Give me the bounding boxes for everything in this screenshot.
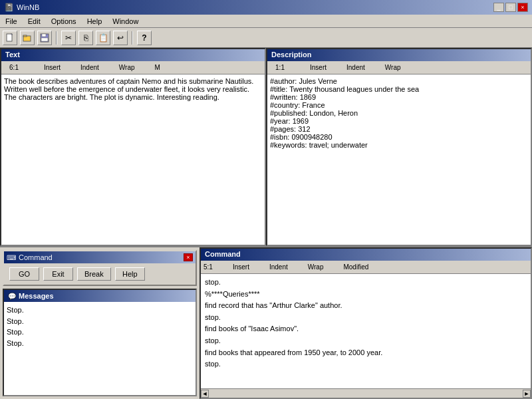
desc-col-insert: Insert bbox=[310, 64, 327, 71]
command-col-indent: Indent bbox=[269, 263, 288, 271]
command-cursor-pos: 5:1 bbox=[203, 263, 213, 271]
desc-col-wrap: Wrap bbox=[385, 64, 401, 71]
command-col-modified: Modified bbox=[343, 263, 368, 271]
desc-cursor-pos: 1:1 bbox=[270, 64, 290, 71]
menu-bar: File Edit Options Help Window bbox=[0, 15, 532, 28]
open-button[interactable] bbox=[20, 31, 35, 45]
scroll-right-btn[interactable]: ► bbox=[523, 390, 531, 398]
command-button-row: GO Exit Break Help bbox=[4, 263, 196, 285]
bottom-left: ⌨ Command × GO Exit Break Help 💬 Message… bbox=[0, 247, 200, 399]
command-close-button[interactable]: × bbox=[184, 253, 193, 261]
help-cmd-button[interactable]: Help bbox=[115, 267, 145, 281]
desc-line: #year: 1969 bbox=[270, 117, 528, 125]
bottom-panels: ⌨ Command × GO Exit Break Help 💬 Message… bbox=[0, 247, 532, 399]
command-line: stop. bbox=[205, 312, 527, 324]
toolbar-sep2 bbox=[132, 31, 133, 45]
desc-line: #title: Twenty thousand leagues under th… bbox=[270, 85, 528, 93]
help-button[interactable]: ? bbox=[137, 31, 152, 45]
messages-content: Stop.Stop.Stop.Stop. bbox=[4, 302, 196, 351]
command-panel-title: Command bbox=[201, 249, 531, 261]
command-line: stop. bbox=[205, 335, 527, 347]
command-line: %****Queries**** bbox=[205, 289, 527, 301]
menu-help[interactable]: Help bbox=[84, 17, 105, 26]
command-small-title: Command bbox=[19, 253, 53, 261]
new-button[interactable] bbox=[3, 31, 17, 45]
text-content: The book describes adventures of captain… bbox=[4, 77, 253, 101]
command-col-insert: Insert bbox=[233, 263, 249, 271]
text-col-wrap: Wrap bbox=[119, 64, 135, 71]
app-icon: 📓 bbox=[4, 3, 14, 12]
top-panels: Text 6:1 Insert Indent Wrap M The book d… bbox=[0, 48, 532, 247]
app-title: WinNB bbox=[17, 3, 39, 11]
command-panel-content[interactable]: stop.%****Queries****find record that ha… bbox=[201, 274, 531, 388]
command-small-title-bar: ⌨ Command × bbox=[4, 251, 196, 263]
desc-panel-toolbar: 1:1 Insert Indent Wrap bbox=[267, 61, 531, 74]
menu-file[interactable]: File bbox=[3, 17, 20, 26]
title-bar-buttons: _ □ × bbox=[493, 3, 528, 12]
command-panel: Command 5:1 Insert Indent Wrap Modified … bbox=[200, 247, 532, 399]
text-panel-content[interactable]: The book describes adventures of captain… bbox=[1, 74, 265, 245]
toolbar: ✂ ⎘ 📋 ↩ ? bbox=[0, 28, 532, 48]
paste-button[interactable]: 📋 bbox=[96, 31, 110, 45]
toolbar-sep1 bbox=[56, 31, 57, 45]
save-button[interactable] bbox=[37, 31, 52, 45]
desc-panel-content[interactable]: #author: Jules Verne#title: Twenty thous… bbox=[267, 74, 531, 245]
desc-panel-title: Description bbox=[267, 49, 531, 61]
command-small-window: ⌨ Command × GO Exit Break Help bbox=[3, 250, 197, 286]
command-col-wrap: Wrap bbox=[308, 263, 324, 271]
desc-line: #country: France bbox=[270, 101, 528, 109]
message-line: Stop. bbox=[7, 305, 193, 316]
menu-options[interactable]: Options bbox=[49, 17, 79, 26]
text-cursor-pos: 6:1 bbox=[4, 64, 24, 71]
text-panel: Text 6:1 Insert Indent Wrap M The book d… bbox=[0, 48, 266, 246]
command-panel-hscroll[interactable]: ◄ ► bbox=[201, 388, 531, 398]
messages-title: 💬 Messages bbox=[4, 290, 196, 302]
desc-line: #pages: 312 bbox=[270, 125, 528, 133]
command-icon: ⌨ bbox=[7, 254, 16, 261]
messages-window: 💬 Messages Stop.Stop.Stop.Stop. bbox=[3, 289, 197, 396]
text-panel-toolbar: 6:1 Insert Indent Wrap M bbox=[1, 61, 265, 74]
desc-col-indent: Indent bbox=[346, 64, 365, 71]
desc-line: #published: London, Heron bbox=[270, 109, 528, 117]
svg-rect-5 bbox=[41, 38, 48, 41]
menu-edit[interactable]: Edit bbox=[25, 17, 43, 26]
main-content: Text 6:1 Insert Indent Wrap M The book d… bbox=[0, 48, 532, 399]
scroll-left-btn[interactable]: ◄ bbox=[201, 390, 209, 398]
cut-button[interactable]: ✂ bbox=[61, 31, 76, 45]
desc-line: #author: Jules Verne bbox=[270, 77, 528, 85]
command-line: find record that has "Arthur Clarke" aut… bbox=[205, 300, 527, 312]
title-bar: 📓 WinNB _ □ × bbox=[0, 0, 532, 15]
command-line: stop. bbox=[205, 277, 527, 289]
desc-line: #keywords: travel; underwater bbox=[270, 141, 528, 149]
message-line: Stop. bbox=[7, 316, 193, 327]
desc-line: #isbn: 0900948280 bbox=[270, 133, 528, 141]
text-panel-title: Text bbox=[1, 49, 265, 61]
menu-window[interactable]: Window bbox=[110, 17, 141, 26]
copy-button[interactable]: ⎘ bbox=[78, 31, 93, 45]
close-button[interactable]: × bbox=[517, 3, 528, 12]
maximize-button[interactable]: □ bbox=[505, 3, 516, 12]
command-line: find books of "Isaac Asimov". bbox=[205, 323, 527, 335]
go-button[interactable]: GO bbox=[9, 267, 39, 281]
message-line: Stop. bbox=[7, 338, 193, 349]
command-line: stop. bbox=[205, 358, 527, 370]
desc-panel: Description 1:1 Insert Indent Wrap #auth… bbox=[266, 48, 532, 246]
break-button[interactable]: Break bbox=[77, 267, 111, 281]
exit-button[interactable]: Exit bbox=[43, 267, 73, 281]
text-col-insert: Insert bbox=[44, 64, 61, 71]
undo-button[interactable]: ↩ bbox=[113, 31, 128, 45]
svg-rect-0 bbox=[7, 34, 12, 41]
command-line: find books that appeared from 1950 year,… bbox=[205, 347, 527, 359]
messages-icon: 💬 bbox=[8, 293, 16, 300]
messages-title-text: Messages bbox=[19, 292, 54, 300]
text-col-m: M bbox=[155, 64, 160, 71]
svg-rect-2 bbox=[23, 35, 27, 37]
desc-line: #written: 1869 bbox=[270, 93, 528, 101]
text-col-indent: Indent bbox=[80, 64, 99, 71]
title-bar-left: 📓 WinNB bbox=[4, 3, 39, 12]
message-line: Stop. bbox=[7, 327, 193, 338]
svg-rect-4 bbox=[42, 34, 46, 37]
command-panel-toolbar: 5:1 Insert Indent Wrap Modified bbox=[201, 261, 531, 274]
minimize-button[interactable]: _ bbox=[493, 3, 504, 12]
